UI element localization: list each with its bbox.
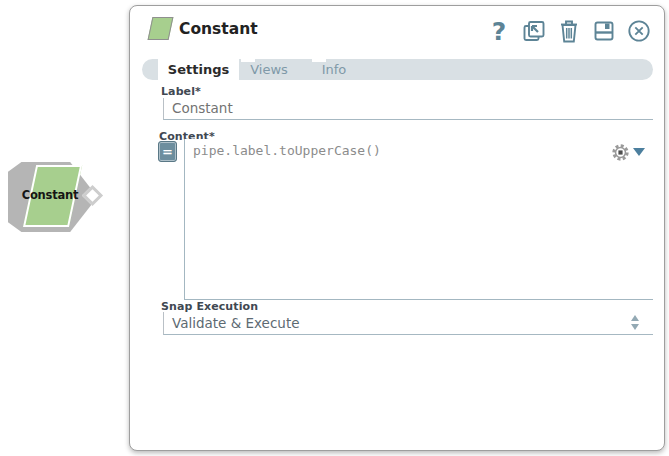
close-icon[interactable] — [627, 18, 651, 44]
snap-type-icon — [148, 17, 174, 40]
select-spinner-icon — [631, 315, 639, 330]
snaplogic-canvas: Constant Constant ? — [0, 0, 669, 456]
dialog-header: Constant ? — [130, 6, 664, 54]
content-expression-input[interactable]: pipe.label.toUpperCase() — [184, 139, 653, 300]
save-icon[interactable] — [592, 18, 616, 44]
label-field-label: Label* — [161, 85, 201, 98]
dialog-toolbar: ? — [487, 17, 651, 45]
snap-execution-select[interactable]: Validate & Execute — [163, 312, 653, 335]
tab-info[interactable]: Info — [304, 59, 364, 80]
dialog-title: Constant — [179, 20, 258, 38]
snap-node-label: Constant — [6, 188, 94, 202]
tab-settings[interactable]: Settings — [158, 59, 239, 80]
snap-settings-dialog: Constant ? — [129, 5, 665, 451]
tab-bar: Settings Views Info — [142, 59, 653, 80]
gear-icon — [611, 143, 630, 162]
chevron-down-icon — [633, 148, 645, 156]
snap-node-constant[interactable]: Constant — [6, 160, 106, 236]
content-options-dropdown[interactable] — [611, 142, 649, 162]
expression-toggle-button[interactable]: = — [158, 141, 177, 162]
snap-execution-value: Validate & Execute — [172, 315, 300, 331]
help-icon[interactable]: ? — [487, 18, 511, 44]
trash-icon[interactable] — [557, 18, 581, 44]
tab-views[interactable]: Views — [239, 59, 299, 80]
label-input[interactable] — [163, 98, 653, 120]
popout-icon[interactable] — [522, 18, 546, 44]
